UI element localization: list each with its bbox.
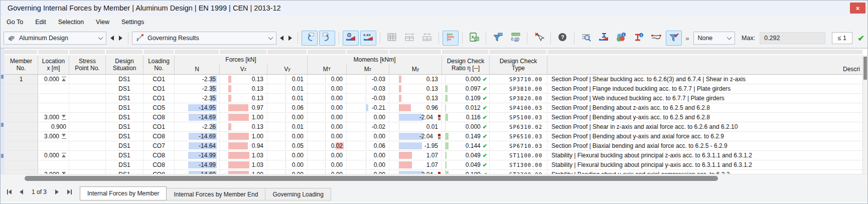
value-text: 0.13	[426, 95, 442, 102]
first-table-button[interactable]	[6, 188, 13, 195]
table-row[interactable]: 0.900DS1CO1-2.260.130.010.00-0.020.010.0…	[5, 122, 862, 132]
table-end-rows-button[interactable]	[419, 31, 435, 46]
moment-mz-cell: -0.21	[347, 103, 389, 112]
toolbar-separator	[380, 32, 380, 44]
help-button[interactable]: ?	[554, 31, 570, 46]
show-result-values-button[interactable]: x.xx	[360, 31, 376, 46]
value-text: -0.21	[372, 104, 389, 111]
force-n-cell: -2.35	[175, 84, 220, 93]
find-in-table-button[interactable]	[578, 31, 594, 46]
loading-cell: CO8	[143, 132, 175, 141]
design-case-combobox[interactable]: Aluminum Design	[4, 32, 106, 45]
show-result-diagrams-button[interactable]	[343, 31, 359, 46]
close-button[interactable]: ×	[850, 3, 865, 14]
design-check-type-cell: SP6710.03	[490, 141, 547, 150]
menu-item-view[interactable]: View	[96, 19, 109, 26]
design-check-ratio-cell: 0.049✔	[442, 151, 490, 160]
deselect-button[interactable]	[531, 31, 547, 46]
force-vy-cell: 0.01	[267, 122, 308, 131]
result-smoothing-button[interactable]	[596, 31, 612, 46]
member-no-cell	[5, 132, 38, 141]
value-text: 0.00	[331, 76, 346, 83]
filter-button[interactable]	[490, 31, 506, 46]
table-row[interactable]: 10.000DS1CO1-2.350.130.010.00-0.030.130.…	[5, 75, 862, 84]
moment-mt-cell: 0.00	[308, 113, 347, 122]
left-edge-strip	[1, 49, 5, 174]
toolbar-separator	[128, 32, 128, 44]
tab-internal-forces-by-member-end[interactable]: Internal Forces by Member End	[167, 188, 265, 200]
results-next-button[interactable]	[286, 32, 294, 44]
member-no-cell	[5, 170, 38, 174]
design-check-ratio-cell: 0.149✔	[442, 132, 490, 141]
stress-point-cell	[69, 84, 106, 93]
member-no-cell	[5, 103, 38, 112]
toolbar-icon-group: x.xxX0.00?ii	[302, 31, 682, 46]
results-table: MemberNo.Locationx [m]StressPoint No.Des…	[5, 49, 862, 174]
header-loading: LoadingNo.	[143, 55, 175, 74]
horizontal-scrollbar-thumb[interactable]	[25, 176, 718, 181]
toolbar-overflow-chevron[interactable]: »	[685, 35, 689, 42]
stress-point-cell	[69, 75, 106, 84]
tab-governing-loading[interactable]: Governing Loading	[265, 188, 331, 200]
moment-mt-cell: 0.02	[308, 141, 347, 150]
color-scale-info-button[interactable]: i	[613, 31, 629, 46]
next-table-button[interactable]	[54, 188, 61, 195]
vertical-scrollbar[interactable]	[862, 55, 867, 174]
design-check-type-cell: SP6310.02	[490, 122, 547, 131]
member-no-cell	[5, 113, 38, 122]
design-case-prev-button[interactable]	[108, 32, 115, 44]
results-prev-button[interactable]	[278, 32, 285, 44]
results-combobox[interactable]: Governing Results	[132, 32, 276, 45]
header-design-situation: DesignSituation	[106, 55, 143, 74]
menu-item-settings[interactable]: Settings	[121, 19, 144, 26]
description-cell: Stability | Bending about y-axis and axi…	[547, 170, 862, 174]
table-start-rows-button[interactable]	[401, 31, 417, 46]
menu-bar: Go ToEditSelectionViewSettings	[1, 16, 867, 29]
design-case-next-button[interactable]	[117, 32, 124, 44]
horizontal-scrollbar[interactable]	[1, 174, 867, 182]
value-text: 0.00	[331, 95, 346, 102]
tab-internal-forces-by-member[interactable]: Internal Forces by Member	[80, 186, 167, 200]
decimal-places-button[interactable]: 0.00	[507, 31, 523, 46]
moment-mt-cell: 0.00	[308, 122, 347, 131]
header-my: My	[389, 65, 442, 74]
filter-check-button[interactable]	[666, 31, 682, 46]
moment-mt-cell: 0.00	[308, 94, 347, 103]
max-value-field[interactable]: 0.292	[760, 32, 825, 44]
result-curve-button[interactable]	[648, 31, 664, 46]
table-row[interactable]: 0.000DS1CO8-14.991.030.000.000.001.070.0…	[5, 151, 862, 160]
decimals-icon: 0.00	[510, 32, 521, 44]
prev-result-button[interactable]	[302, 31, 318, 46]
moment-mz-cell: 0.00	[347, 113, 389, 122]
table-row[interactable]: 3.000DS1CO8-14.691.000.000.000.00-2.040.…	[5, 170, 862, 174]
design-situation-cell: DS1	[106, 94, 143, 103]
result-bars-button[interactable]	[443, 31, 459, 46]
menu-item-go-to[interactable]: Go To	[7, 19, 23, 26]
moment-mz-cell: 0.00	[347, 170, 389, 174]
last-table-button[interactable]	[66, 188, 73, 195]
export-excel-button[interactable]: X	[466, 31, 482, 46]
table-row[interactable]: DS1CO7-14.640.940.050.020.06-1.950.144✔S…	[5, 141, 862, 151]
table-row[interactable]: DS1CO8-14.991.030.000.000.001.070.049✔ST…	[5, 160, 862, 170]
table-row[interactable]: 3.000DS1CO8-14.691.000.000.000.00-2.040.…	[5, 132, 862, 141]
prev-table-button[interactable]	[18, 188, 25, 195]
force-vz-cell: 0.97	[220, 103, 267, 112]
table-grid-button[interactable]	[384, 31, 400, 46]
member-info-button[interactable]: i	[631, 31, 647, 46]
table-row[interactable]: DS1CO1-2.350.130.010.00-0.030.130.097✔SP…	[5, 84, 862, 94]
table-row[interactable]: 3.000DS1CO8-14.691.000.000.000.00-2.040.…	[5, 113, 862, 122]
menu-item-edit[interactable]: Edit	[35, 19, 46, 26]
table-row[interactable]: DS1CO1-2.350.130.010.00-0.030.130.109✔SP…	[5, 94, 862, 103]
design-check-ratio-cell: 0.049✔	[442, 160, 490, 169]
filter-combobox[interactable]: None	[693, 32, 735, 45]
next-result-button[interactable]	[319, 31, 335, 46]
limit-box: ≤ 1	[832, 32, 852, 44]
table-row[interactable]: DS1CO5-14.950.970.060.00-0.210.960.012✔S…	[5, 103, 862, 113]
moment-my-cell: 0.13	[389, 75, 442, 84]
moment-my-cell: -2.04	[389, 170, 442, 174]
design-situation-cell: DS1	[106, 160, 143, 169]
vertical-scrollbar-thumb[interactable]	[863, 57, 867, 80]
ratio-value: 0.012	[466, 104, 483, 111]
design-check-type-cell: ST1100.00	[490, 151, 547, 160]
menu-item-selection[interactable]: Selection	[58, 19, 84, 26]
